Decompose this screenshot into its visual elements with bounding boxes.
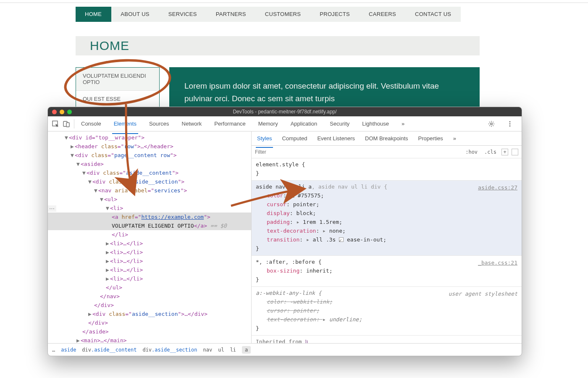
devtools-toolbar: Console Elements Sources Network Perform… bbox=[48, 116, 522, 131]
tab-memory[interactable]: Memory bbox=[257, 117, 279, 130]
device-toggle-icon[interactable] bbox=[63, 121, 70, 127]
svg-rect-2 bbox=[66, 123, 69, 127]
devtools-window: DevTools - pedantic-meitner-9f78df.netli… bbox=[47, 107, 522, 356]
svg-point-5 bbox=[509, 123, 511, 124]
nav-item-careers[interactable]: CAREERS bbox=[360, 7, 406, 22]
inherited-from: Inherited from li bbox=[252, 336, 522, 343]
svg-point-3 bbox=[491, 123, 493, 125]
cls-toggle[interactable]: .cls bbox=[483, 148, 498, 156]
tab-application[interactable]: Application bbox=[290, 117, 318, 130]
subtab-eventlisteners[interactable]: Event Listeners bbox=[317, 132, 355, 144]
styles-panel: Styles Computed Event Listeners DOM Brea… bbox=[252, 131, 522, 343]
tab-performance[interactable]: Performance bbox=[213, 117, 246, 130]
svg-point-4 bbox=[509, 121, 511, 122]
rule-element-style[interactable]: element.style { } bbox=[252, 158, 522, 181]
kebab-icon[interactable] bbox=[507, 121, 513, 127]
nav-item-partners[interactable]: PARTNERS bbox=[207, 7, 256, 22]
nav-item-projects[interactable]: PROJECTS bbox=[310, 7, 360, 22]
subtab-computed[interactable]: Computed bbox=[281, 132, 307, 144]
inspect-icon[interactable] bbox=[52, 121, 59, 127]
nav-item-about[interactable]: ABOUT US bbox=[111, 7, 159, 22]
nav-item-customers[interactable]: CUSTOMERS bbox=[256, 7, 311, 22]
new-rule-icon[interactable]: + bbox=[501, 149, 508, 155]
easing-swatch-icon[interactable] bbox=[339, 237, 344, 242]
elements-breadcrumb[interactable]: … aside div.aside__content div.aside__se… bbox=[48, 343, 522, 356]
svg-point-6 bbox=[509, 125, 511, 126]
tab-elements[interactable]: Elements bbox=[113, 117, 137, 130]
devtools-titlebar: DevTools - pedantic-meitner-9f78df.netli… bbox=[48, 107, 522, 116]
rule-ua-anylink[interactable]: user agent stylesheet a:-webkit-any-link… bbox=[252, 287, 522, 336]
aside-item-0[interactable]: VOLUPTATEM ELIGENDI OPTIO bbox=[76, 68, 159, 91]
tab-overflow-icon[interactable]: » bbox=[401, 117, 405, 130]
aside-item-1[interactable]: QUI EST ESSE bbox=[76, 91, 159, 108]
toggle-sidebar-icon[interactable] bbox=[512, 149, 518, 155]
gear-icon[interactable] bbox=[488, 121, 495, 127]
site-top-nav: HOME ABOUT US SERVICES PARTNERS CUSTOMER… bbox=[76, 7, 461, 22]
nav-item-services[interactable]: SERVICES bbox=[159, 7, 207, 22]
subtab-dombreakpoints[interactable]: DOM Breakpoints bbox=[365, 132, 409, 144]
subtab-overflow-icon[interactable]: » bbox=[453, 132, 457, 144]
devtools-title: DevTools - pedantic-meitner-9f78df.netli… bbox=[48, 109, 522, 115]
page-title: HOME bbox=[90, 39, 129, 53]
dom-selected-li[interactable]: ▼<li> bbox=[48, 204, 251, 213]
nav-item-contact[interactable]: CONTACT US bbox=[406, 7, 461, 22]
subtab-styles[interactable]: Styles bbox=[257, 132, 272, 144]
subtab-properties[interactable]: Properties bbox=[418, 132, 444, 144]
styles-filter-input[interactable] bbox=[255, 149, 460, 155]
dom-gutter-dots: ⋯ bbox=[48, 205, 56, 212]
rule-source-link[interactable]: _base.css:21 bbox=[478, 258, 517, 267]
tab-security[interactable]: Security bbox=[329, 117, 350, 130]
page-title-bar: HOME bbox=[76, 36, 480, 55]
tab-console[interactable]: Console bbox=[80, 117, 102, 130]
hero-text: Lorem ipsum dolor sit amet, consectetur … bbox=[184, 81, 439, 103]
tab-network[interactable]: Network bbox=[181, 117, 203, 130]
rule-aside-a[interactable]: aside.css:27 aside nav ul li a, aside na… bbox=[252, 181, 522, 256]
tab-lighthouse[interactable]: Lighthouse bbox=[361, 117, 390, 130]
elements-panel[interactable]: ▼<div id="top__wrapper"> ▶<header class=… bbox=[48, 131, 252, 343]
styles-subtabs: Styles Computed Event Listeners DOM Brea… bbox=[252, 131, 522, 146]
dom-selected-a[interactable]: <a href="https://example.com"> bbox=[48, 213, 251, 221]
rule-source-link[interactable]: aside.css:27 bbox=[478, 183, 517, 192]
site-aside: VOLUPTATEM ELIGENDI OPTIO QUI EST ESSE bbox=[76, 67, 160, 108]
hov-toggle[interactable]: :hov bbox=[464, 148, 479, 156]
rule-base[interactable]: _base.css:21 *, :after, :before { box-si… bbox=[252, 256, 522, 287]
dom-line[interactable]: <div id="top__wrapper"> bbox=[69, 134, 144, 141]
tab-sources[interactable]: Sources bbox=[148, 117, 170, 130]
nav-item-home[interactable]: HOME bbox=[76, 7, 111, 22]
breadcrumb-selected[interactable]: a bbox=[242, 346, 251, 354]
devtools-main-tabs: Console Elements Sources Network Perform… bbox=[80, 117, 488, 130]
